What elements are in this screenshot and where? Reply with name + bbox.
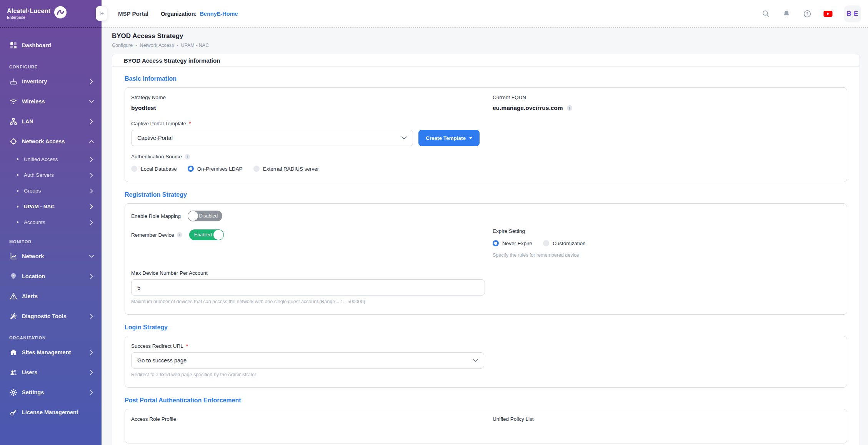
success-redirect-url-label: Success Redirect URL* bbox=[131, 343, 841, 349]
sidebar-item-accounts[interactable]: Accounts bbox=[0, 214, 102, 230]
enable-role-mapping-label: Enable Role Mapping bbox=[131, 213, 181, 219]
chevron-right-icon bbox=[90, 274, 93, 279]
topbar: MSP Portal Organization: BennyE-Home ? B… bbox=[102, 0, 868, 28]
sidebar-section-configure: CONFIGURE bbox=[0, 65, 102, 69]
max-device-label: Max Device Number Per Account bbox=[131, 270, 485, 276]
captive-portal-template-select[interactable]: Captive-Portal bbox=[131, 130, 413, 146]
bullet-icon bbox=[15, 189, 20, 193]
breadcrumb-network-access[interactable]: Network Access bbox=[140, 43, 174, 48]
chevron-right-icon bbox=[90, 314, 93, 319]
access-role-profile-label: Access Role Profile bbox=[131, 416, 485, 422]
sidebar-item-inventory[interactable]: Inventory bbox=[0, 71, 102, 91]
chevron-down-icon bbox=[90, 254, 93, 259]
radio-customization[interactable]: Customization bbox=[543, 240, 586, 246]
strategy-name-value: byodtest bbox=[131, 105, 485, 111]
ale-logo-icon bbox=[54, 6, 67, 19]
lan-icon bbox=[9, 117, 18, 126]
sidebar-item-sites-management[interactable]: Sites Management bbox=[0, 342, 102, 362]
chevron-right-icon bbox=[90, 173, 93, 178]
search-icon[interactable] bbox=[761, 9, 770, 18]
sidebar-item-alerts[interactable]: Alerts bbox=[0, 286, 102, 306]
sidebar-item-dashboard[interactable]: Dashboard bbox=[0, 35, 102, 55]
breadcrumb-upam-nac[interactable]: UPAM - NAC bbox=[181, 43, 209, 48]
radio-never-expire[interactable]: Never Expire bbox=[493, 240, 532, 246]
portal-label: MSP Portal bbox=[118, 10, 148, 17]
remember-device-toggle[interactable]: Enabled bbox=[189, 229, 224, 240]
sidebar-item-groups[interactable]: Groups bbox=[0, 183, 102, 199]
expire-setting-options: Never Expire Customization bbox=[493, 240, 841, 246]
sidebar-item-location[interactable]: Location bbox=[0, 266, 102, 286]
brand-sub: Enterprise bbox=[7, 15, 50, 20]
chevron-up-icon bbox=[90, 139, 93, 144]
info-icon bbox=[177, 232, 182, 237]
alerts-icon bbox=[9, 292, 18, 301]
bell-icon[interactable] bbox=[782, 9, 791, 18]
sidebar-section-monitor: MONITOR bbox=[0, 239, 102, 244]
current-fqdn-value: eu.manage.ovcirrus.com bbox=[493, 105, 841, 111]
chevron-right-icon bbox=[90, 119, 93, 124]
brand-logo: Alcatel·Lucent Enterprise bbox=[0, 0, 102, 28]
chevron-right-icon bbox=[90, 390, 93, 395]
location-icon bbox=[9, 272, 18, 281]
organization-link[interactable]: BennyE-Home bbox=[200, 11, 238, 17]
chevron-right-icon bbox=[90, 370, 93, 375]
chevron-right-icon bbox=[90, 189, 93, 193]
unified-policy-list-label: Unified Policy List bbox=[493, 416, 841, 422]
max-device-hint: Maximum number of devices that can acces… bbox=[131, 299, 485, 304]
radio-external-radius-server[interactable]: External RADIUS server bbox=[253, 166, 319, 172]
breadcrumb-separator bbox=[135, 43, 137, 48]
sidebar-collapse-button[interactable] bbox=[96, 6, 107, 21]
sidebar-item-auth-servers[interactable]: Auth Servers bbox=[0, 167, 102, 183]
chevron-right-icon bbox=[90, 220, 93, 225]
radio-local-database[interactable]: Local Database bbox=[131, 166, 177, 172]
brand-name: Alcatel·Lucent bbox=[7, 8, 50, 15]
max-device-input[interactable]: 5 bbox=[131, 279, 485, 296]
sidebar-item-network-access[interactable]: Network Access bbox=[0, 131, 102, 151]
page-title: BYOD Access Strategy bbox=[112, 32, 868, 40]
sidebar-item-diagnostic-tools[interactable]: Diagnostic Tools bbox=[0, 306, 102, 326]
sidebar-item-users[interactable]: Users bbox=[0, 362, 102, 382]
login-strategy-heading: Login Strategy bbox=[125, 324, 847, 331]
chevron-right-icon bbox=[90, 350, 93, 355]
radio-unchecked-icon bbox=[543, 240, 549, 246]
chevron-down-icon bbox=[90, 99, 93, 104]
radio-on-premises-ldap[interactable]: On-Premises LDAP bbox=[188, 166, 243, 172]
chevron-down-icon bbox=[473, 359, 478, 362]
sites-icon bbox=[9, 348, 18, 357]
breadcrumb-configure[interactable]: Configure bbox=[112, 43, 133, 48]
create-template-button[interactable]: Create Template bbox=[418, 130, 480, 146]
bullet-icon bbox=[15, 204, 20, 209]
success-redirect-url-select[interactable]: Go to success page bbox=[131, 352, 484, 369]
sidebar-item-network[interactable]: Network bbox=[0, 246, 102, 266]
sidebar-item-settings[interactable]: Settings bbox=[0, 382, 102, 402]
remember-device-label: Remember Device bbox=[131, 232, 182, 238]
diagnostic-tools-icon bbox=[9, 312, 18, 320]
login-strategy-card: Success Redirect URL* Go to success page… bbox=[125, 336, 847, 388]
info-icon bbox=[567, 105, 572, 111]
chevron-right-icon bbox=[90, 204, 93, 209]
authentication-source-options: Local Database On-Premises LDAP External… bbox=[131, 166, 485, 172]
authentication-source-label: Authentication Source bbox=[131, 154, 485, 159]
youtube-icon[interactable] bbox=[823, 9, 833, 18]
sidebar-item-unified-access[interactable]: Unified Access bbox=[0, 151, 102, 167]
sidebar-item-lan[interactable]: LAN bbox=[0, 111, 102, 131]
basic-information-card: Strategy Name byodtest Captive Portal Te… bbox=[125, 87, 847, 182]
card-title: BYOD Access Strategy information bbox=[112, 54, 860, 67]
current-fqdn-label: Current FQDN bbox=[493, 95, 841, 100]
organization-label: Organization: bbox=[161, 11, 197, 17]
post-portal-card: Access Role Profile Unified Policy List bbox=[125, 409, 847, 443]
svg-text:?: ? bbox=[806, 12, 808, 16]
sidebar-section-organization: ORGANIZATION bbox=[0, 335, 102, 340]
help-icon[interactable]: ? bbox=[803, 9, 812, 18]
sidebar-item-upam-nac[interactable]: UPAM - NAC bbox=[0, 199, 102, 214]
license-icon bbox=[9, 408, 18, 417]
breadcrumb: Configure Network Access UPAM - NAC bbox=[112, 43, 868, 48]
breadcrumb-separator bbox=[177, 43, 178, 48]
inventory-icon bbox=[9, 77, 18, 86]
enable-role-mapping-toggle[interactable]: Disabled bbox=[188, 211, 222, 221]
settings-icon bbox=[9, 388, 18, 397]
sidebar-item-wireless[interactable]: Wireless bbox=[0, 91, 102, 111]
avatar[interactable]: B E bbox=[844, 5, 861, 22]
bullet-icon bbox=[15, 157, 20, 162]
sidebar-item-license-management[interactable]: License Management bbox=[0, 402, 102, 422]
